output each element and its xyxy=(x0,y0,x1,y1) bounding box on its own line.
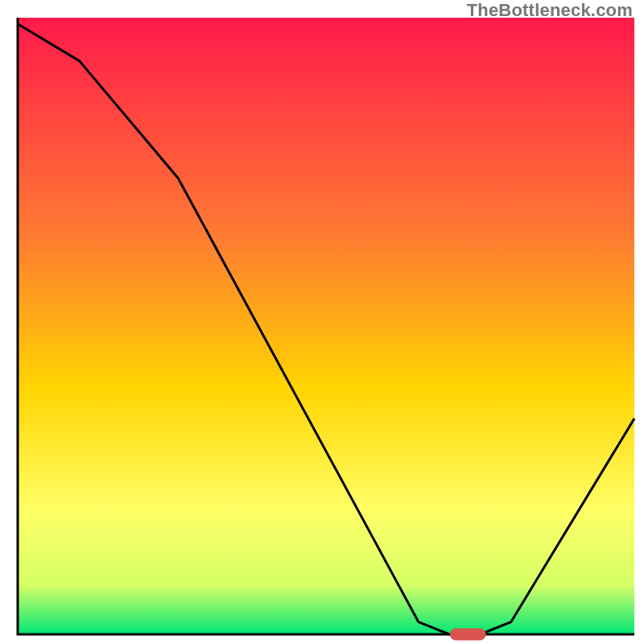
bottleneck-chart xyxy=(0,0,644,644)
watermark: TheBottleneck.com xyxy=(467,0,633,21)
gradient-background xyxy=(18,18,634,634)
optimum-marker xyxy=(450,629,485,640)
